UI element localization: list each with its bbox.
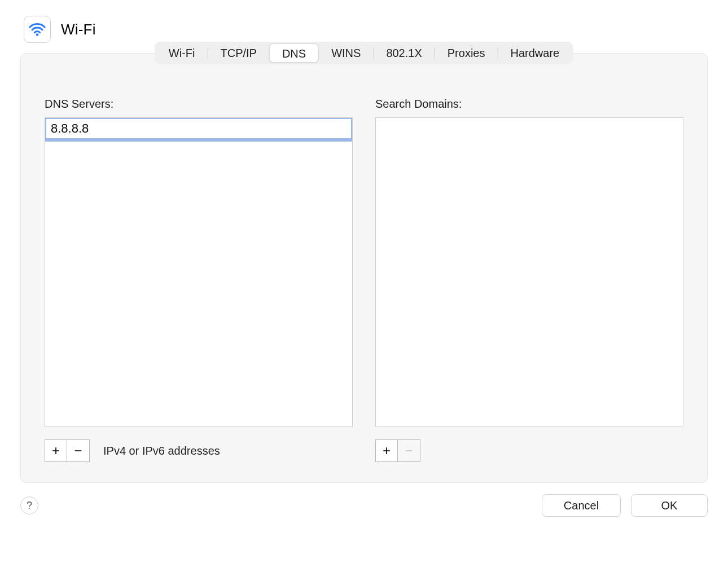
minus-icon: − — [405, 443, 413, 459]
add-dns-server-button[interactable]: + — [45, 439, 67, 462]
page-title: Wi-Fi — [61, 21, 96, 38]
plus-icon: + — [52, 443, 60, 459]
dns-panel: DNS Servers: + − IPv4 or IPv6 addresses … — [20, 53, 708, 483]
footer: ? Cancel OK — [20, 494, 708, 517]
search-domains-list[interactable] — [375, 117, 683, 427]
remove-search-domain-button[interactable]: − — [398, 439, 420, 462]
tab-dns[interactable]: DNS — [269, 43, 319, 63]
ok-button[interactable]: OK — [631, 494, 708, 517]
tab-8021x[interactable]: 802.1X — [374, 43, 434, 63]
tab-tcpip[interactable]: TCP/IP — [208, 43, 269, 63]
dns-server-input[interactable] — [46, 119, 351, 138]
cancel-button[interactable]: Cancel — [542, 494, 621, 517]
plus-icon: + — [383, 443, 391, 459]
dns-server-row-editing — [45, 117, 353, 142]
tab-wifi[interactable]: Wi-Fi — [156, 43, 208, 63]
dns-servers-column: DNS Servers: + − IPv4 or IPv6 addresses — [45, 98, 353, 462]
tab-proxies[interactable]: Proxies — [435, 43, 498, 63]
search-domains-column: Search Domains: + − — [375, 98, 683, 462]
tab-bar: Wi-Fi TCP/IP DNS WINS 802.1X Proxies Har… — [155, 42, 573, 64]
svg-point-0 — [36, 33, 39, 36]
header: Wi-Fi — [20, 16, 708, 43]
tab-wins[interactable]: WINS — [319, 43, 373, 63]
add-search-domain-button[interactable]: + — [375, 439, 398, 462]
network-settings-window: Wi-Fi Wi-Fi TCP/IP DNS WINS 802.1X Proxi… — [0, 0, 728, 563]
dns-hint-text: IPv4 or IPv6 addresses — [103, 445, 220, 458]
search-domains-label: Search Domains: — [375, 98, 683, 111]
help-icon: ? — [27, 500, 32, 512]
tab-hardware[interactable]: Hardware — [498, 43, 572, 63]
wifi-icon — [24, 16, 51, 43]
remove-dns-server-button[interactable]: − — [67, 439, 90, 462]
dns-servers-label: DNS Servers: — [45, 98, 353, 111]
help-button[interactable]: ? — [20, 496, 38, 514]
minus-icon: − — [74, 443, 82, 459]
dns-servers-list[interactable] — [45, 117, 353, 427]
